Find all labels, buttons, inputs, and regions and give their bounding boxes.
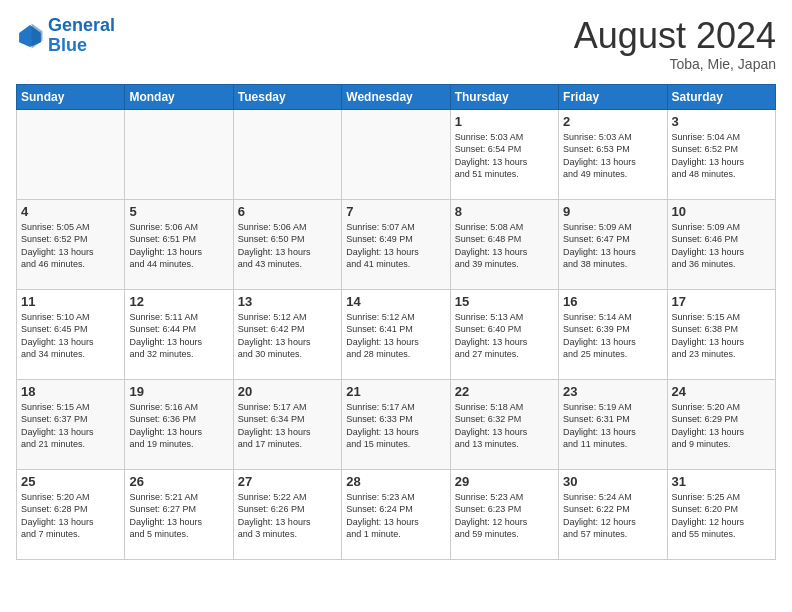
day-info: Sunrise: 5:04 AM Sunset: 6:52 PM Dayligh… [672,131,771,181]
day-info: Sunrise: 5:21 AM Sunset: 6:27 PM Dayligh… [129,491,228,541]
day-number: 24 [672,384,771,399]
day-info: Sunrise: 5:03 AM Sunset: 6:54 PM Dayligh… [455,131,554,181]
calendar-cell: 6Sunrise: 5:06 AM Sunset: 6:50 PM Daylig… [233,199,341,289]
day-number: 31 [672,474,771,489]
calendar-cell: 16Sunrise: 5:14 AM Sunset: 6:39 PM Dayli… [559,289,667,379]
day-number: 12 [129,294,228,309]
weekday-sunday: Sunday [17,84,125,109]
week-row-5: 25Sunrise: 5:20 AM Sunset: 6:28 PM Dayli… [17,469,776,559]
day-info: Sunrise: 5:12 AM Sunset: 6:42 PM Dayligh… [238,311,337,361]
day-info: Sunrise: 5:12 AM Sunset: 6:41 PM Dayligh… [346,311,445,361]
day-info: Sunrise: 5:22 AM Sunset: 6:26 PM Dayligh… [238,491,337,541]
title-block: August 2024 Toba, Mie, Japan [574,16,776,72]
day-number: 3 [672,114,771,129]
calendar-cell: 13Sunrise: 5:12 AM Sunset: 6:42 PM Dayli… [233,289,341,379]
weekday-friday: Friday [559,84,667,109]
calendar-cell: 27Sunrise: 5:22 AM Sunset: 6:26 PM Dayli… [233,469,341,559]
week-row-2: 4Sunrise: 5:05 AM Sunset: 6:52 PM Daylig… [17,199,776,289]
location: Toba, Mie, Japan [574,56,776,72]
calendar-cell: 30Sunrise: 5:24 AM Sunset: 6:22 PM Dayli… [559,469,667,559]
calendar-cell: 21Sunrise: 5:17 AM Sunset: 6:33 PM Dayli… [342,379,450,469]
page-header: General Blue August 2024 Toba, Mie, Japa… [16,16,776,72]
calendar-cell [125,109,233,199]
weekday-wednesday: Wednesday [342,84,450,109]
calendar-cell: 8Sunrise: 5:08 AM Sunset: 6:48 PM Daylig… [450,199,558,289]
day-number: 5 [129,204,228,219]
calendar-cell: 17Sunrise: 5:15 AM Sunset: 6:38 PM Dayli… [667,289,775,379]
day-number: 20 [238,384,337,399]
logo-text: General Blue [48,16,115,56]
calendar-cell: 28Sunrise: 5:23 AM Sunset: 6:24 PM Dayli… [342,469,450,559]
logo: General Blue [16,16,115,56]
day-info: Sunrise: 5:06 AM Sunset: 6:50 PM Dayligh… [238,221,337,271]
calendar-cell: 20Sunrise: 5:17 AM Sunset: 6:34 PM Dayli… [233,379,341,469]
weekday-tuesday: Tuesday [233,84,341,109]
day-number: 6 [238,204,337,219]
calendar-cell: 15Sunrise: 5:13 AM Sunset: 6:40 PM Dayli… [450,289,558,379]
day-number: 17 [672,294,771,309]
logo-icon [16,22,44,50]
calendar-cell: 22Sunrise: 5:18 AM Sunset: 6:32 PM Dayli… [450,379,558,469]
day-info: Sunrise: 5:20 AM Sunset: 6:28 PM Dayligh… [21,491,120,541]
calendar-cell: 18Sunrise: 5:15 AM Sunset: 6:37 PM Dayli… [17,379,125,469]
day-number: 26 [129,474,228,489]
day-info: Sunrise: 5:09 AM Sunset: 6:47 PM Dayligh… [563,221,662,271]
calendar-cell: 26Sunrise: 5:21 AM Sunset: 6:27 PM Dayli… [125,469,233,559]
day-number: 15 [455,294,554,309]
weekday-monday: Monday [125,84,233,109]
calendar-cell: 31Sunrise: 5:25 AM Sunset: 6:20 PM Dayli… [667,469,775,559]
calendar-cell: 24Sunrise: 5:20 AM Sunset: 6:29 PM Dayli… [667,379,775,469]
day-info: Sunrise: 5:09 AM Sunset: 6:46 PM Dayligh… [672,221,771,271]
day-number: 29 [455,474,554,489]
calendar-cell: 11Sunrise: 5:10 AM Sunset: 6:45 PM Dayli… [17,289,125,379]
svg-marker-1 [32,23,43,48]
day-info: Sunrise: 5:08 AM Sunset: 6:48 PM Dayligh… [455,221,554,271]
weekday-header-row: SundayMondayTuesdayWednesdayThursdayFrid… [17,84,776,109]
week-row-1: 1Sunrise: 5:03 AM Sunset: 6:54 PM Daylig… [17,109,776,199]
day-number: 18 [21,384,120,399]
calendar-cell: 9Sunrise: 5:09 AM Sunset: 6:47 PM Daylig… [559,199,667,289]
day-info: Sunrise: 5:15 AM Sunset: 6:38 PM Dayligh… [672,311,771,361]
day-info: Sunrise: 5:11 AM Sunset: 6:44 PM Dayligh… [129,311,228,361]
day-info: Sunrise: 5:25 AM Sunset: 6:20 PM Dayligh… [672,491,771,541]
calendar-cell: 2Sunrise: 5:03 AM Sunset: 6:53 PM Daylig… [559,109,667,199]
calendar-cell: 29Sunrise: 5:23 AM Sunset: 6:23 PM Dayli… [450,469,558,559]
day-number: 19 [129,384,228,399]
day-number: 25 [21,474,120,489]
day-info: Sunrise: 5:15 AM Sunset: 6:37 PM Dayligh… [21,401,120,451]
day-number: 1 [455,114,554,129]
calendar-cell: 7Sunrise: 5:07 AM Sunset: 6:49 PM Daylig… [342,199,450,289]
day-info: Sunrise: 5:23 AM Sunset: 6:24 PM Dayligh… [346,491,445,541]
calendar-cell: 12Sunrise: 5:11 AM Sunset: 6:44 PM Dayli… [125,289,233,379]
day-info: Sunrise: 5:24 AM Sunset: 6:22 PM Dayligh… [563,491,662,541]
day-number: 4 [21,204,120,219]
day-info: Sunrise: 5:13 AM Sunset: 6:40 PM Dayligh… [455,311,554,361]
week-row-3: 11Sunrise: 5:10 AM Sunset: 6:45 PM Dayli… [17,289,776,379]
day-number: 27 [238,474,337,489]
day-info: Sunrise: 5:05 AM Sunset: 6:52 PM Dayligh… [21,221,120,271]
day-number: 11 [21,294,120,309]
calendar-cell [342,109,450,199]
day-info: Sunrise: 5:23 AM Sunset: 6:23 PM Dayligh… [455,491,554,541]
day-info: Sunrise: 5:06 AM Sunset: 6:51 PM Dayligh… [129,221,228,271]
day-number: 2 [563,114,662,129]
day-number: 9 [563,204,662,219]
calendar-cell: 14Sunrise: 5:12 AM Sunset: 6:41 PM Dayli… [342,289,450,379]
day-number: 28 [346,474,445,489]
calendar-cell: 23Sunrise: 5:19 AM Sunset: 6:31 PM Dayli… [559,379,667,469]
day-number: 21 [346,384,445,399]
calendar-cell: 1Sunrise: 5:03 AM Sunset: 6:54 PM Daylig… [450,109,558,199]
calendar-cell: 25Sunrise: 5:20 AM Sunset: 6:28 PM Dayli… [17,469,125,559]
calendar-table: SundayMondayTuesdayWednesdayThursdayFrid… [16,84,776,560]
month-year: August 2024 [574,16,776,56]
calendar-cell: 4Sunrise: 5:05 AM Sunset: 6:52 PM Daylig… [17,199,125,289]
calendar-body: 1Sunrise: 5:03 AM Sunset: 6:54 PM Daylig… [17,109,776,559]
day-number: 16 [563,294,662,309]
day-number: 14 [346,294,445,309]
calendar-cell [233,109,341,199]
day-info: Sunrise: 5:14 AM Sunset: 6:39 PM Dayligh… [563,311,662,361]
day-info: Sunrise: 5:10 AM Sunset: 6:45 PM Dayligh… [21,311,120,361]
day-info: Sunrise: 5:19 AM Sunset: 6:31 PM Dayligh… [563,401,662,451]
calendar-cell: 5Sunrise: 5:06 AM Sunset: 6:51 PM Daylig… [125,199,233,289]
weekday-thursday: Thursday [450,84,558,109]
